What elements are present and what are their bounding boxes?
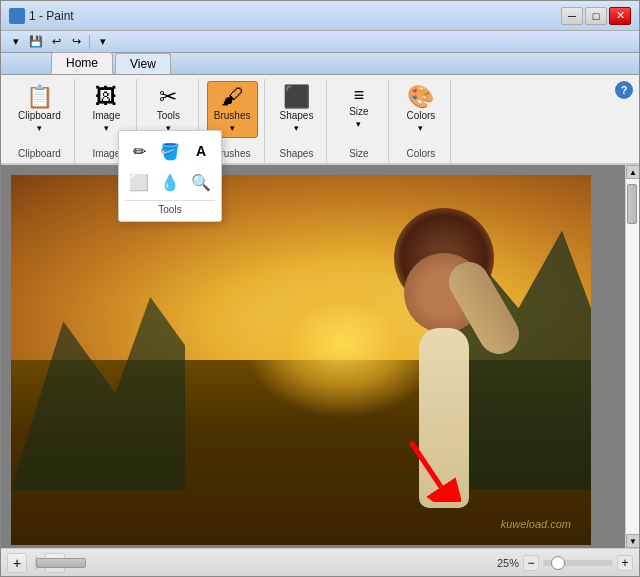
status-right: 25% − + [497, 555, 633, 571]
fill-tool[interactable]: 🪣 [156, 137, 184, 165]
scroll-up[interactable]: ▲ [626, 165, 639, 179]
size-items: ≡ Size ▾ [337, 81, 381, 146]
tools-popup: ✏ 🪣 A ⬜ 💧 🔍 Tools [118, 130, 222, 222]
window-title: 1 - Paint [29, 9, 74, 23]
color-picker-tool[interactable]: 💧 [156, 168, 184, 196]
ribbon-group-size: ≡ Size ▾ Size [329, 79, 389, 163]
scroll-thumb-v[interactable] [627, 184, 637, 224]
shapes-items: ⬛ Shapes ▾ [273, 81, 321, 146]
window-controls: ─ □ ✕ [561, 7, 631, 25]
ribbon-group-colors: 🎨 Colors ▾ Colors [391, 79, 451, 163]
zoom-percent: 25% [497, 557, 519, 569]
clipboard-group-label: Clipboard [18, 146, 61, 161]
watermark: kuweload.com [501, 518, 571, 530]
image-arrow: ▾ [104, 123, 109, 133]
scroll-track-v[interactable] [626, 179, 639, 534]
zoom-tool[interactable]: 🔍 [187, 168, 215, 196]
status-bar: + ⊞ 25% − + [1, 548, 639, 576]
quick-access-menu[interactable]: ▾ [7, 33, 25, 51]
vertical-scrollbar[interactable]: ▲ ▼ [625, 165, 639, 548]
shapes-icon: ⬛ [283, 86, 310, 108]
undo-button[interactable]: ↩ [47, 33, 65, 51]
size-icon: ≡ [354, 86, 365, 104]
shapes-label: Shapes [280, 110, 314, 121]
title-bar-left: 1 - Paint [9, 8, 74, 24]
shapes-button[interactable]: ⬛ Shapes ▾ [273, 81, 321, 138]
image-icon: 🖼 [95, 86, 117, 108]
size-arrow: ▾ [356, 119, 361, 129]
size-label: Size [349, 106, 368, 117]
brushes-arrow: ▾ [230, 123, 235, 133]
colors-label: Colors [406, 110, 435, 121]
canvas[interactable]: kuweload.com [11, 175, 591, 545]
tab-home[interactable]: Home [51, 52, 113, 74]
clipboard-arrow: ▾ [37, 123, 42, 133]
brushes-label: Brushes [214, 110, 251, 121]
maximize-button[interactable]: □ [585, 7, 607, 25]
shapes-arrow: ▾ [294, 123, 299, 133]
zoom-slider-thumb[interactable] [551, 556, 565, 570]
image-label: Image [92, 110, 120, 121]
colors-items: 🎨 Colors ▾ [399, 81, 443, 146]
text-tool[interactable]: A [187, 137, 215, 165]
scroll-down[interactable]: ▼ [626, 534, 639, 548]
customize-quick-access[interactable]: ▾ [94, 33, 112, 51]
ribbon: 📋 Clipboard ▾ Clipboard 🖼 Image ▾ Image [1, 75, 639, 165]
main-window: 1 - Paint ─ □ ✕ ▾ 💾 ↩ ↪ ▾ Home View 📋 Cl… [0, 0, 640, 577]
tabs-bar: Home View [1, 53, 639, 75]
app-icon [9, 8, 25, 24]
size-group-label: Size [349, 146, 368, 161]
image-group-label: Image [92, 146, 120, 161]
size-button[interactable]: ≡ Size ▾ [337, 81, 381, 134]
tools-popup-label: Tools [125, 200, 215, 215]
zoom-out-button[interactable]: − [523, 555, 539, 571]
clipboard-icon: 📋 [26, 86, 53, 108]
new-button[interactable]: + [7, 553, 27, 573]
arrow-overlay [391, 432, 461, 505]
status-left: + ⊞ [7, 553, 65, 573]
tools-icon: ✂ [159, 86, 177, 108]
zoom-slider[interactable] [543, 560, 613, 566]
pencil-tool[interactable]: ✏ [125, 137, 153, 165]
clipboard-items: 📋 Clipboard ▾ [11, 81, 68, 146]
tab-view[interactable]: View [115, 53, 171, 74]
redo-button[interactable]: ↪ [67, 33, 85, 51]
ribbon-group-shapes: ⬛ Shapes ▾ Shapes [267, 79, 328, 163]
close-button[interactable]: ✕ [609, 7, 631, 25]
colors-icon: 🎨 [407, 86, 434, 108]
photo-scene: kuweload.com [11, 175, 591, 545]
ribbon-group-clipboard: 📋 Clipboard ▾ Clipboard [5, 79, 75, 163]
horizontal-scrollbar[interactable] [35, 556, 37, 570]
zoom-in-button[interactable]: + [617, 555, 633, 571]
content-area: kuweload.com ▲ ▼ [1, 165, 639, 548]
minimize-button[interactable]: ─ [561, 7, 583, 25]
shapes-group-label: Shapes [280, 146, 314, 161]
canvas-scroll[interactable]: kuweload.com [1, 165, 625, 548]
help-button[interactable]: ? [615, 81, 633, 99]
eraser-tool[interactable]: ⬜ [125, 168, 153, 196]
scroll-thumb-h[interactable] [36, 558, 86, 568]
quick-access-toolbar: ▾ 💾 ↩ ↪ ▾ [1, 31, 639, 53]
tools-grid: ✏ 🪣 A ⬜ 💧 🔍 [125, 137, 215, 196]
separator [89, 35, 90, 49]
clipboard-button[interactable]: 📋 Clipboard ▾ [11, 81, 68, 138]
colors-group-label: Colors [406, 146, 435, 161]
clipboard-label: Clipboard [18, 110, 61, 121]
title-bar: 1 - Paint ─ □ ✕ [1, 1, 639, 31]
colors-arrow: ▾ [418, 123, 423, 133]
colors-button[interactable]: 🎨 Colors ▾ [399, 81, 443, 138]
tools-label: Tools [157, 110, 180, 121]
brushes-icon: 🖌 [221, 86, 243, 108]
save-button[interactable]: 💾 [27, 33, 45, 51]
svg-line-1 [411, 442, 441, 487]
